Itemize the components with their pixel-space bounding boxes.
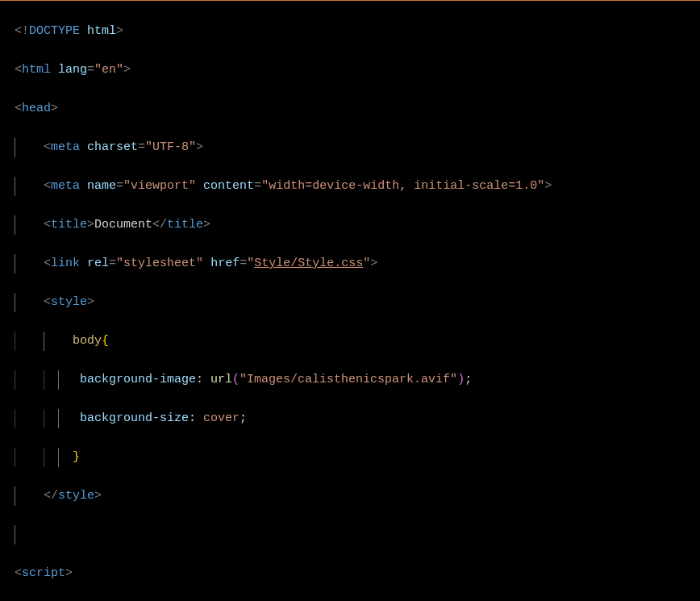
code-line[interactable]: <!DOCTYPE html>: [15, 22, 700, 41]
code-line[interactable]: <script>: [15, 564, 700, 583]
code-line[interactable]: <link rel="stylesheet" href="Style/Style…: [15, 254, 700, 273]
doctype-attr: html: [87, 24, 116, 38]
punct: >: [116, 24, 123, 38]
code-editor[interactable]: <!DOCTYPE html> <html lang="en"> <head> …: [0, 0, 700, 601]
code-line[interactable]: </style>: [15, 486, 700, 506]
code-line[interactable]: <head>: [15, 99, 700, 119]
code-line[interactable]: <meta name="viewport" content="width=dev…: [15, 177, 700, 196]
code-line[interactable]: <html lang="en">: [15, 61, 700, 80]
code-line[interactable]: [15, 525, 700, 545]
doctype: DOCTYPE: [29, 24, 80, 38]
code-line[interactable]: body{: [15, 332, 700, 351]
code-line[interactable]: }: [15, 448, 700, 467]
code-line[interactable]: <meta charset="UTF-8">: [15, 138, 700, 157]
code-line[interactable]: background-image: url("Images/calistheni…: [15, 370, 700, 390]
code-line[interactable]: <title>Document</title>: [15, 215, 700, 235]
code-line[interactable]: background-size: cover;: [15, 409, 700, 428]
code-line[interactable]: <style>: [15, 293, 700, 312]
punct: <!: [15, 24, 29, 38]
